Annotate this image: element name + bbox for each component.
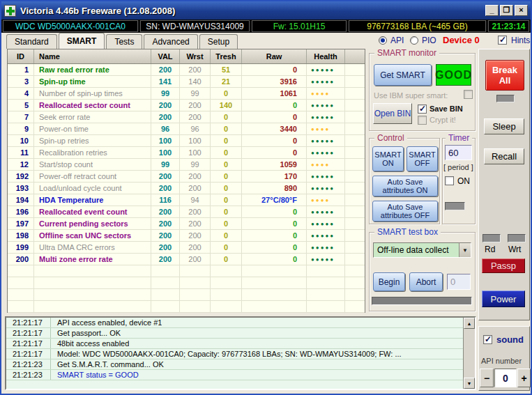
attr-id: 200	[8, 254, 34, 265]
attr-raw: 27°C/80°F	[242, 194, 307, 206]
smart-off-button[interactable]: SMART OFF	[406, 146, 438, 171]
attr-raw: 1061	[242, 88, 307, 99]
ibm-smart-checkbox[interactable]	[464, 90, 473, 99]
attr-raw	[242, 277, 307, 288]
pio-radio-label[interactable]: PIO	[422, 36, 436, 45]
get-smart-button[interactable]: Get SMART	[374, 64, 432, 86]
minimize-button[interactable]: _	[485, 5, 499, 16]
attr-pad	[345, 218, 365, 229]
window-title: Victoria 4.46b Freeware (12.08.2008)	[20, 6, 175, 16]
table-row[interactable]: 4Number of spin-up times999901061●●●●	[8, 88, 365, 100]
close-button[interactable]: ×	[515, 5, 528, 16]
attr-name: Spin-up retries	[34, 135, 151, 146]
smart-status-indicator: GOOD	[436, 64, 471, 86]
attr-raw	[242, 301, 307, 312]
timer-period-input[interactable]	[445, 145, 472, 160]
hints-checkbox[interactable]	[498, 36, 507, 45]
attr-tresh: 0	[211, 171, 242, 182]
log-scrollbar[interactable]: ▲ ▼	[463, 318, 475, 389]
table-row[interactable]: 11Recalibration retries10010000●●●●●	[8, 147, 365, 159]
health-dots-icon: ●●●●●	[307, 254, 345, 265]
header-tresh[interactable]: Tresh	[211, 49, 242, 63]
scroll-down-icon[interactable]: ▼	[464, 378, 475, 389]
attr-wrst	[180, 277, 211, 288]
attr-wrst: 200	[180, 171, 211, 182]
api-radio[interactable]	[379, 36, 387, 45]
power-button[interactable]: Power	[482, 291, 525, 307]
abort-button[interactable]: Abort	[409, 272, 443, 291]
table-row[interactable]: 200Multi zone error rate20020000●●●●●	[8, 254, 365, 265]
autosave-on-button[interactable]: Auto Save attributes ON	[372, 176, 438, 196]
autosave-off-button[interactable]: Auto Save attributes OFF	[372, 201, 438, 222]
passp-button[interactable]: Passp	[482, 258, 525, 273]
table-row[interactable]: 12Start/stop count999901059●●●●	[8, 159, 365, 171]
table-row[interactable]: 199Ultra DMA CRC errors20020000●●●●●	[8, 242, 365, 254]
header-health[interactable]: Health	[307, 49, 345, 63]
attr-id	[8, 289, 34, 300]
table-row[interactable]: 10Spin-up retries10010000●●●●●	[8, 135, 365, 147]
scroll-up-icon[interactable]: ▲	[464, 318, 475, 329]
attr-raw: 0	[242, 147, 307, 158]
table-row[interactable]: 5Reallocated sector count2002001400●●●●●	[8, 100, 365, 111]
api-number-increment-button[interactable]: +	[517, 369, 531, 387]
timer-on-checkbox[interactable]	[445, 176, 454, 185]
begin-button[interactable]: Begin	[373, 272, 405, 291]
pio-radio[interactable]	[410, 36, 418, 45]
read-led	[482, 234, 501, 242]
table-row[interactable]: 198Offline scan UNC sectors20020000●●●●●	[8, 230, 365, 242]
attr-raw	[242, 265, 307, 277]
maximize-button[interactable]: ❐	[500, 5, 513, 16]
attr-id	[8, 277, 34, 288]
header-wrst[interactable]: Wrst	[180, 49, 211, 63]
attr-name: Reallocated sector count	[34, 100, 151, 111]
chevron-down-icon[interactable]: ▼	[459, 243, 471, 257]
attr-tresh: 0	[211, 254, 242, 265]
crypt-checkbox[interactable]	[418, 116, 427, 125]
table-row[interactable]: 3Spin-up time141140213916●●●●●	[8, 76, 365, 88]
table-row[interactable]: 196Reallocated event count20020000●●●●●	[8, 206, 365, 218]
attr-raw: 3916	[242, 76, 307, 87]
attr-val: 116	[151, 194, 180, 206]
attr-name: Current pending sectors	[34, 218, 151, 229]
save-bin-label[interactable]: Save BIN	[430, 104, 463, 113]
title-bar[interactable]: Victoria 4.46b Freeware (12.08.2008) _ ❐…	[1, 1, 531, 20]
timer-on-label[interactable]: ON	[457, 176, 470, 186]
api-radio-label[interactable]: API	[390, 36, 404, 45]
sound-label[interactable]: sound	[496, 334, 524, 345]
log-pane[interactable]: 21:21:17API access enabled, device #121:…	[5, 316, 476, 390]
attr-id: 194	[8, 194, 34, 206]
break-all-button[interactable]: Break All	[485, 60, 524, 91]
header-name[interactable]: Name	[34, 49, 151, 63]
attr-name: Number of spin-up times	[34, 88, 151, 99]
header-id[interactable]: ID	[8, 49, 34, 63]
header-val[interactable]: VAL	[151, 49, 180, 63]
sleep-button[interactable]: Sleep	[484, 118, 524, 134]
attr-raw: 170	[242, 171, 307, 182]
hints-label[interactable]: Hints	[511, 36, 530, 45]
api-number-decrement-button[interactable]: −	[480, 369, 494, 387]
header-raw[interactable]: Raw	[242, 49, 307, 63]
test-counter-input[interactable]	[447, 274, 471, 290]
table-row[interactable]: 192Power-off retract count2002000170●●●●…	[8, 171, 365, 183]
smart-on-button[interactable]: SMART ON	[372, 146, 404, 171]
attr-val: 100	[151, 135, 180, 146]
attr-pad	[345, 301, 365, 312]
sound-checkbox[interactable]	[483, 335, 492, 344]
attr-pad	[345, 76, 365, 87]
attr-tresh	[211, 265, 242, 277]
table-row[interactable]: 7Seek error rate20020000●●●●●	[8, 111, 365, 123]
health-dots-icon: ●●●●●	[307, 76, 345, 87]
smart-monitor-title: SMART monitor	[374, 48, 439, 58]
open-bin-button[interactable]: Open BIN	[373, 103, 412, 124]
attr-wrst: 140	[180, 76, 211, 87]
table-row[interactable]: 1Raw read error rate200200510●●●●●	[8, 64, 365, 76]
table-row[interactable]: 194HDA Temperature11694027°C/80°F●●●●	[8, 194, 365, 206]
table-row[interactable]: 193Load/unload cycle count2002000890●●●●…	[8, 183, 365, 194]
attr-tresh: 0	[211, 242, 242, 253]
table-row[interactable]: 197Current pending sectors20020000●●●●●	[8, 218, 365, 230]
attr-wrst: 100	[180, 135, 211, 146]
recall-button[interactable]: Recall	[484, 148, 524, 164]
save-bin-checkbox[interactable]	[418, 104, 427, 114]
test-select[interactable]: Off-line data collect ▼	[373, 242, 471, 258]
table-row[interactable]: 9Power-on time969603440●●●●	[8, 123, 365, 135]
